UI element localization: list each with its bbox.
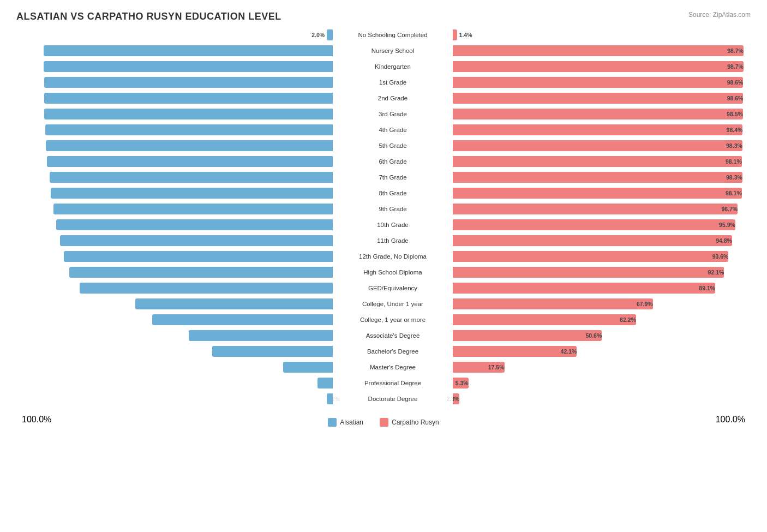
right-value: 67.9% [637,301,653,307]
left-bar [327,29,333,40]
left-bar [44,93,333,104]
left-bar [44,109,333,119]
right-bar-wrap: 95.9% [453,219,767,230]
chart-row: 5.2% Professional Degree 5.3% [16,376,751,390]
left-bar-wrap: 48.8% [16,330,333,341]
right-bar-wrap: 50.6% [453,330,767,341]
chart-row: 97.1% 6th Grade 98.1% [16,154,751,169]
right-value: 98.6% [727,79,744,86]
row-label: 7th Grade [333,173,453,182]
right-bar [453,172,742,183]
left-bar-wrap: 95.8% [16,188,333,199]
left-bar [50,172,333,183]
row-label: 3rd Grade [333,110,453,118]
chart-legend: Alsatian Carpatho Rusyn [328,418,439,427]
left-bar-wrap: 97.9% [16,109,333,119]
legend-carpatho-rusyn: Carpatho Rusyn [380,418,439,427]
row-label: 8th Grade [333,189,453,198]
right-bar-wrap: 92.1% [453,267,767,278]
left-bar [44,77,333,88]
left-bar-wrap: 93.8% [16,219,333,230]
right-bar [453,219,735,230]
right-bar-wrap: 98.3% [453,172,767,183]
chart-row: 2.0% No Schooling Completed 1.4% [16,28,751,42]
chart-row: 94.9% 9th Grade 96.7% [16,202,751,216]
left-bar-wrap: 97.4% [16,140,333,151]
left-bar-wrap: 5.2% [16,378,333,388]
right-bar-wrap: 98.1% [453,156,767,167]
row-label: 12th Grade, No Diploma [333,252,453,261]
left-bar-wrap: 98.1% [16,45,333,56]
row-label: 6th Grade [333,157,453,166]
right-bar-wrap: 98.5% [453,109,767,119]
footer-right-value: 100.0% [716,415,745,425]
left-bar [212,346,333,357]
left-bar-wrap: 96.1% [16,172,333,183]
right-bar [453,93,743,104]
right-bar-wrap: 96.7% [453,204,767,214]
left-bar [327,393,333,404]
left-bar-wrap: 98.1% [16,61,333,72]
right-bar [453,267,724,278]
row-label: 11th Grade [333,236,453,245]
row-label: No Schooling Completed [333,31,453,39]
right-bar [453,124,742,135]
right-value: 92.1% [708,269,724,276]
row-label: GED/Equivalency [333,284,453,292]
source-text: Source: ZipAtlas.com [688,11,751,19]
row-label: High School Diploma [333,268,453,277]
chart-row: 2.1% Doctorate Degree 2.3% [16,392,751,406]
left-bar [283,362,333,373]
right-value: 98.1% [726,158,742,165]
right-bar-wrap: 89.1% [453,283,767,294]
chart-row: 61.3% College, 1 year or more 62.2% [16,313,751,327]
left-bar-wrap: 2.0% [16,29,333,40]
left-bar-wrap: 98.0% [16,77,333,88]
left-bar [44,45,333,56]
chart-footer: 100.0% Alsatian Carpatho Rusyn 100.0% [16,413,751,427]
row-label: Bachelor's Degree [333,347,453,356]
right-value: 98.5% [727,111,743,117]
chart-row: 16.9% Master's Degree 17.5% [16,360,751,374]
right-value: 94.8% [716,237,732,244]
right-bar [453,330,602,341]
right-bar-wrap: 93.6% [453,251,767,262]
chart-row: 95.8% 8th Grade 98.1% [16,186,751,200]
chart-row: 86.0% GED/Equivalency 89.1% [16,281,751,295]
row-label: 10th Grade [333,220,453,229]
row-label: College, Under 1 year [333,300,453,308]
chart-row: 91.3% 12th Grade, No Diploma 93.6% [16,249,751,264]
legend-carpatho-rusyn-label: Carpatho Rusyn [392,419,439,426]
right-value: 62.2% [620,316,636,323]
right-bar-wrap: 94.8% [453,235,767,246]
chart-row: 98.1% Kindergarten 98.7% [16,59,751,74]
right-bar-wrap: 98.3% [453,140,767,151]
left-bar-wrap: 41.0% [16,346,333,357]
row-label: 4th Grade [333,125,453,134]
chart-row: 41.0% Bachelor's Degree 42.1% [16,344,751,358]
left-bar-wrap: 92.6% [16,235,333,246]
right-value: 17.5% [488,364,505,370]
right-bar [453,29,457,40]
left-bar-wrap: 16.9% [16,362,333,373]
right-bar-wrap: 98.4% [453,124,767,135]
left-bar-wrap: 97.6% [16,124,333,135]
left-bar [152,314,333,325]
left-bar [317,378,333,388]
left-bar-wrap: 2.1% [16,393,333,404]
row-label: Nursery School [333,46,453,55]
right-bar [453,77,743,88]
chart-row: 93.8% 10th Grade 95.9% [16,218,751,232]
right-value: 95.9% [719,222,735,228]
right-bar [453,283,715,294]
left-bar [135,298,333,309]
bars-area: 2.0% No Schooling Completed 1.4% 98.1% N… [16,28,751,406]
right-bar [453,251,728,262]
left-bar [45,124,333,135]
row-label: 2nd Grade [333,94,453,103]
row-label: Professional Degree [333,379,453,387]
row-label: 9th Grade [333,205,453,213]
chart-row: 97.6% 4th Grade 98.4% [16,123,751,137]
row-label: 1st Grade [333,78,453,87]
right-value: 98.7% [727,63,744,70]
